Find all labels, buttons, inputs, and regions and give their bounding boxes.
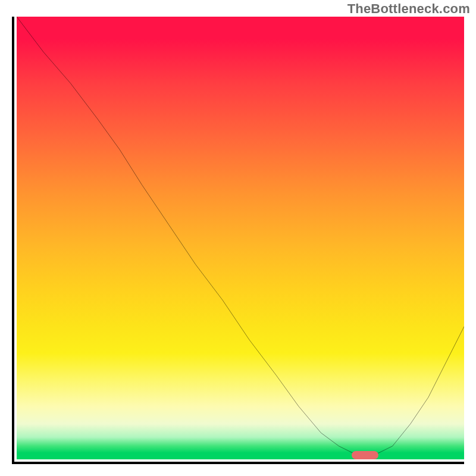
optimal-range-marker <box>352 451 378 459</box>
watermark-label: TheBottleneck.com <box>347 1 470 17</box>
chart-container: TheBottleneck.com <box>0 0 476 476</box>
plot-frame <box>12 17 464 464</box>
bottleneck-curve <box>17 17 464 459</box>
